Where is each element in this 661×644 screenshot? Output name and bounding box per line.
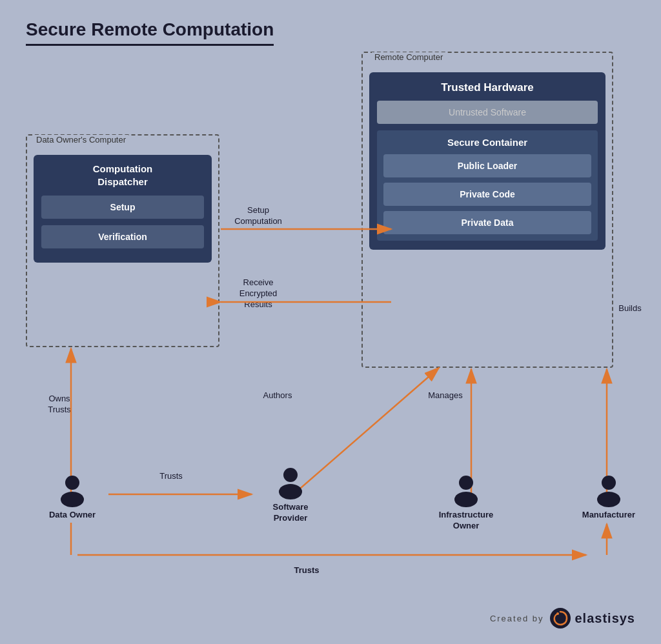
remote-computer-box: Remote Computer Trusted Hardware Untrust… bbox=[361, 52, 613, 368]
elastisys-logo: elastisys bbox=[549, 607, 635, 630]
svg-point-12 bbox=[65, 476, 79, 490]
data-owner-computer-label: Data Owner's Computer bbox=[34, 135, 128, 145]
software-provider-icon bbox=[272, 463, 309, 499]
svg-point-18 bbox=[602, 476, 616, 490]
remote-computer-label: Remote Computer bbox=[372, 52, 445, 62]
owns-trusts-label: OwnsTrusts bbox=[34, 394, 85, 416]
footer: Created by elastisys bbox=[490, 607, 635, 630]
builds-label: Builds bbox=[611, 303, 649, 314]
secure-container-block: Secure Container Public Loader Private C… bbox=[377, 130, 598, 241]
manufacturer-label: Manufacturer bbox=[582, 510, 635, 521]
private-data-block: Private Data bbox=[383, 211, 591, 234]
data-owner-label: Data Owner bbox=[49, 510, 96, 521]
setup-computation-label: SetupComputation bbox=[219, 205, 297, 227]
created-by-label: Created by bbox=[490, 614, 544, 623]
infrastructure-owner-person: InfrastructureOwner bbox=[434, 471, 498, 532]
trusts-bottom-label: Trusts bbox=[287, 565, 326, 576]
infrastructure-owner-label: InfrastructureOwner bbox=[439, 510, 494, 532]
trusted-hardware-title: Trusted Hardware bbox=[377, 81, 598, 94]
elastisys-brand-name: elastisys bbox=[575, 611, 635, 626]
manufacturer-icon bbox=[591, 471, 627, 507]
svg-point-13 bbox=[61, 492, 84, 507]
computation-dispatcher-title: ComputationDispatcher bbox=[41, 163, 204, 188]
svg-point-17 bbox=[454, 492, 478, 507]
svg-point-15 bbox=[279, 484, 302, 499]
receive-encrypted-results-label: ReceiveEncryptedResults bbox=[219, 277, 297, 310]
svg-point-21 bbox=[556, 612, 559, 615]
manufacturer-person: Manufacturer bbox=[576, 471, 641, 521]
data-owner-computer-box: Data Owner's Computer ComputationDispatc… bbox=[26, 134, 219, 347]
page-title: Secure Remote Computation bbox=[26, 19, 274, 46]
software-provider-person: SoftwareProvider bbox=[258, 463, 323, 524]
software-provider-label: SoftwareProvider bbox=[273, 502, 309, 524]
public-loader-block: Public Loader bbox=[383, 154, 591, 177]
manages-label: Manages bbox=[420, 390, 471, 401]
verification-block: Verification bbox=[41, 225, 204, 248]
svg-point-19 bbox=[597, 492, 620, 507]
svg-point-14 bbox=[283, 468, 298, 482]
data-owner-person: Data Owner bbox=[40, 471, 105, 521]
untrusted-software-block: Untrusted Software bbox=[377, 101, 598, 124]
secure-container-title: Secure Container bbox=[383, 137, 591, 148]
infrastructure-owner-icon bbox=[448, 471, 484, 507]
svg-point-16 bbox=[459, 476, 473, 490]
trusted-hardware-block: Trusted Hardware Untrusted Software Secu… bbox=[369, 72, 605, 250]
private-code-block: Private Code bbox=[383, 183, 591, 206]
computation-dispatcher-block: ComputationDispatcher Setup Verification bbox=[34, 155, 212, 263]
authors-label: Authors bbox=[252, 390, 303, 401]
trusts-horizontal-label: Trusts bbox=[152, 471, 190, 482]
data-owner-icon bbox=[54, 471, 90, 507]
diagram-container: Secure Remote Computation Data Owner's C… bbox=[0, 0, 661, 644]
setup-block: Setup bbox=[41, 196, 204, 219]
elastisys-icon bbox=[549, 607, 572, 630]
